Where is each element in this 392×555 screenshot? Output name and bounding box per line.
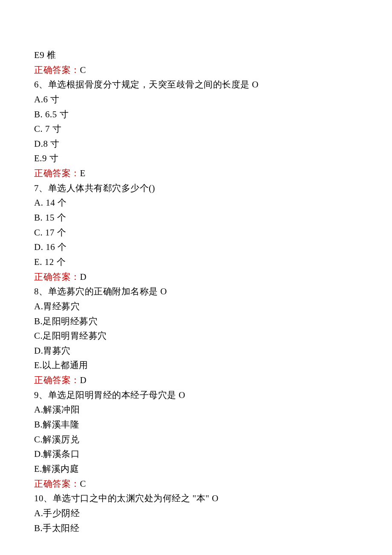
q7-option-b: B. 15 个 <box>34 210 358 225</box>
q9-answer-value: C <box>80 479 86 489</box>
q8-stem: 8、单选募穴的正确附加名称是 O <box>34 284 358 299</box>
q6-stem: 6、单选根据骨度分寸规定，天突至歧骨之间的长度是 O <box>34 77 358 92</box>
q6-answer-label: 正确答案： <box>34 168 80 178</box>
q7-answer-value: D <box>80 272 87 282</box>
q7-option-a: A. 14 个 <box>34 195 358 210</box>
q9-option-c: C.解溪厉兑 <box>34 432 358 447</box>
q7-stem: 7、单选人体共有郄穴多少个() <box>34 181 358 196</box>
q5-answer-value: C <box>80 65 86 75</box>
q9-option-d: D.解溪条口 <box>34 447 358 462</box>
q8-answer: 正确答案：D <box>34 373 358 388</box>
q7-answer-label: 正确答案： <box>34 272 80 282</box>
q8-option-c: C.足阳明胃经募穴 <box>34 328 358 343</box>
q9-option-e: E.解溪内庭 <box>34 462 358 477</box>
q6-option-e: E.9 寸 <box>34 151 358 166</box>
q10-option-b: B.手太阳经 <box>34 521 358 536</box>
q9-answer-label: 正确答案： <box>34 479 80 489</box>
q6-option-b: B. 6.5 寸 <box>34 107 358 122</box>
q9-stem: 9、单选足阳明胃经的本经子母穴是 O <box>34 388 358 403</box>
q5-answer-label: 正确答案： <box>34 65 80 75</box>
q7-option-d: D. 16 个 <box>34 240 358 255</box>
q6-option-a: A.6 寸 <box>34 92 358 107</box>
q7-option-c: C. 17 个 <box>34 225 358 240</box>
q10-option-a: A.手少阴经 <box>34 506 358 521</box>
q10-stem: 10、单选寸口之中的太渊穴处为何经之 "本" O <box>34 491 358 506</box>
q6-option-d: D.8 寸 <box>34 137 358 151</box>
q9-answer: 正确答案：C <box>34 477 358 491</box>
q8-option-e: E.以上都通用 <box>34 358 358 373</box>
document-page: E9 椎 正确答案：C 6、单选根据骨度分寸规定，天突至歧骨之间的长度是 O A… <box>0 0 392 555</box>
q9-option-a: A.解溪冲阳 <box>34 402 358 417</box>
q5-answer: 正确答案：C <box>34 63 358 78</box>
q8-option-a: A.胃经募穴 <box>34 299 358 314</box>
q8-option-b: B.足阳明经募穴 <box>34 314 358 329</box>
q6-answer-value: E <box>80 168 86 178</box>
q5-option-e: E9 椎 <box>34 48 358 63</box>
q6-option-c: C. 7 寸 <box>34 122 358 137</box>
q8-answer-label: 正确答案： <box>34 375 80 385</box>
q6-answer: 正确答案：E <box>34 166 358 181</box>
q9-option-b: B.解溪丰隆 <box>34 417 358 432</box>
q8-answer-value: D <box>80 375 87 385</box>
q7-option-e: E. 12 个 <box>34 255 358 270</box>
q7-answer: 正确答案：D <box>34 270 358 285</box>
q8-option-d: D.胃募穴 <box>34 343 358 358</box>
